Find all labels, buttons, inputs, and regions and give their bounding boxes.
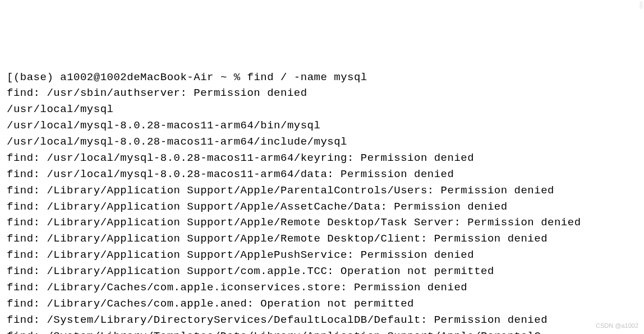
output-line: /usr/local/mysql-8.0.28-macos11-arm64/bi…	[7, 118, 637, 134]
output-line: find: /System/Library/Templates/Data/Lib…	[7, 328, 637, 335]
terminal-output[interactable]: [(base) a1002@1002deMacBook-Air ~ % find…	[7, 69, 637, 335]
output-line: find: /Library/Caches/com.apple.iconserv…	[7, 280, 637, 296]
output-line: find: /Library/Application Support/Apple…	[7, 183, 637, 199]
output-line: find: /Library/Application Support/Apple…	[7, 199, 637, 215]
prompt-line: [(base) a1002@1002deMacBook-Air ~ % find…	[7, 69, 637, 86]
prompt-open-bracket: [	[7, 71, 13, 84]
output-line: /usr/local/mysql	[7, 101, 637, 118]
prompt-env: (base)	[13, 71, 53, 84]
command-text: find / -name mysql	[247, 71, 367, 84]
output-line: find: /System/Library/DirectoryServices/…	[7, 312, 637, 328]
output-line: find: /Library/Application Support/Apple…	[7, 231, 637, 247]
output-line: find: /Library/Application Support/com.a…	[7, 263, 637, 280]
prompt-userhost: a1002@1002deMacBook-Air	[60, 71, 214, 84]
scrollbar-thumb[interactable]	[640, 1, 643, 9]
prompt-path: ~	[220, 71, 227, 84]
output-line: find: /Library/Application Support/Apple…	[7, 247, 637, 263]
watermark-text: CSDN @a1002	[596, 321, 638, 331]
output-line: find: /usr/local/mysql-8.0.28-macos11-ar…	[7, 166, 637, 183]
output-line: /usr/local/mysql-8.0.28-macos11-arm64/in…	[7, 134, 637, 150]
prompt-symbol: %	[234, 71, 241, 84]
output-line: find: /usr/local/mysql-8.0.28-macos11-ar…	[7, 150, 637, 166]
output-line: find: /Library/Application Support/Apple…	[7, 215, 637, 231]
output-line: find: /usr/sbin/authserver: Permission d…	[7, 85, 637, 101]
output-line: find: /Library/Caches/com.apple.aned: Op…	[7, 296, 637, 312]
